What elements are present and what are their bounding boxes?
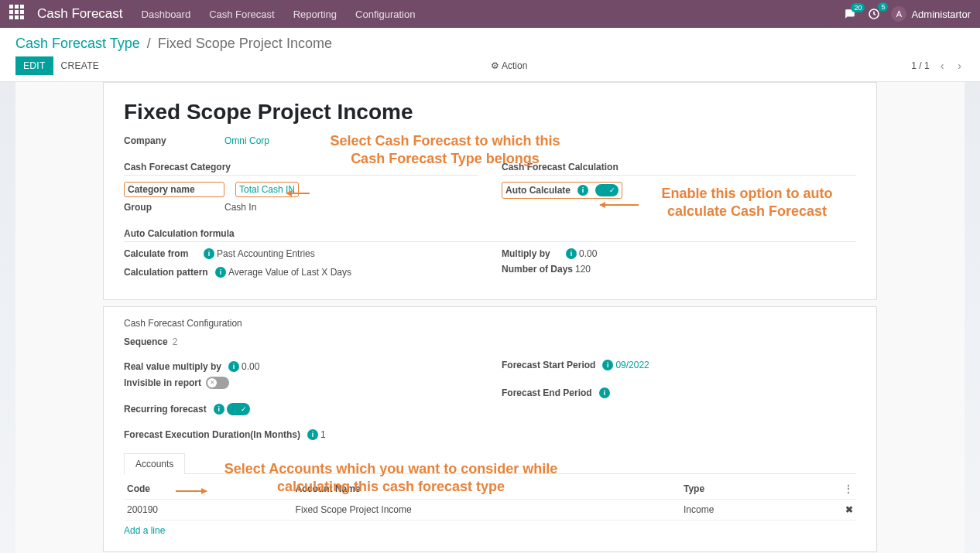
recurring-label: Recurring forecast — [124, 404, 207, 415]
activity-badge: 5 — [878, 2, 888, 12]
info-icon[interactable]: i — [577, 185, 588, 196]
config-panel: Cash Forecast Configuration Sequence 2 R… — [103, 306, 877, 552]
info-icon[interactable]: i — [215, 267, 226, 278]
invisible-toggle[interactable] — [206, 377, 229, 389]
info-icon[interactable]: i — [307, 429, 318, 440]
pager-next[interactable]: › — [954, 58, 965, 73]
num-days-value: 120 — [575, 264, 591, 275]
start-period-label: Forecast Start Period — [502, 360, 595, 370]
exec-dur-label: Forecast Execution Duration(In Months) — [124, 429, 300, 440]
calc-pattern-value: Average Value of Last X Days — [228, 267, 351, 278]
tab-accounts[interactable]: Accounts — [124, 453, 185, 474]
nav-dashboard[interactable]: Dashboard — [142, 9, 191, 20]
edit-button[interactable]: EDIT — [15, 56, 53, 75]
cell-name: Fixed Scope Project Income — [293, 500, 680, 521]
info-icon[interactable]: i — [566, 248, 577, 259]
th-code[interactable]: Code — [124, 479, 293, 500]
add-line[interactable]: Add a line — [124, 521, 856, 536]
breadcrumb-parent[interactable]: Cash Forecast Type — [15, 36, 140, 51]
end-period-label: Forecast End Period — [502, 387, 592, 398]
apps-icon[interactable] — [9, 5, 28, 23]
real-mult-label: Real value multiply by — [124, 361, 221, 372]
multiply-by-value: 0.00 — [579, 248, 597, 259]
cell-code: 200190 — [124, 500, 293, 521]
real-mult-value: 0.00 — [242, 361, 259, 372]
control-panel: Cash Forecast Type / Fixed Scope Project… — [0, 28, 980, 82]
info-icon[interactable]: i — [599, 387, 610, 398]
activity-icon[interactable]: 5 — [868, 8, 880, 20]
num-days-label: Number of Days — [502, 264, 575, 275]
calc-from-value: Past Accounting Entries — [217, 248, 315, 259]
th-name[interactable]: Account Name — [293, 479, 680, 500]
nav-cash-forecast[interactable]: Cash Forecast — [209, 9, 275, 20]
recurring-toggle[interactable] — [227, 403, 250, 415]
record-title: Fixed Scope Project Income — [124, 100, 856, 125]
calc-section-title: Cash Forecast Calculation — [502, 162, 856, 176]
messages-badge: 20 — [851, 3, 865, 12]
auto-calc-label: Auto Calculate — [505, 185, 571, 196]
company-label: Company — [124, 135, 224, 146]
exec-dur-value: 1 — [320, 429, 326, 440]
user-name: Administartor — [911, 9, 971, 20]
gear-icon: ⚙ — [491, 60, 499, 71]
user-menu[interactable]: A Administartor — [891, 6, 971, 22]
avatar: A — [891, 6, 906, 22]
sequence-label: Sequence — [124, 336, 168, 347]
action-menu[interactable]: ⚙ Action — [491, 60, 527, 71]
info-icon[interactable]: i — [214, 404, 224, 415]
info-icon[interactable]: i — [228, 361, 239, 372]
calc-from-label: Calculate from — [124, 248, 201, 259]
auto-calc-toggle[interactable] — [595, 184, 618, 196]
breadcrumb-current: Fixed Scope Project Income — [158, 36, 332, 51]
start-period-value[interactable]: 09/2022 — [615, 360, 649, 370]
pager-prev[interactable]: ‹ — [937, 58, 947, 73]
kebab-icon[interactable]: ⋮ — [844, 483, 853, 494]
messages-icon[interactable]: 20 — [843, 9, 857, 19]
accounts-table: Code Account Name Type ⋮ 200190 Fixed Sc… — [124, 479, 856, 521]
table-row[interactable]: 200190 Fixed Scope Project Income Income… — [124, 500, 856, 521]
category-name-value[interactable]: Total Cash IN — [235, 182, 299, 197]
form-sheet: Fixed Scope Project Income Company Omni … — [103, 82, 877, 300]
config-section-title: Cash Forecast Configuration — [124, 318, 856, 329]
multiply-by-label: Multiply by — [502, 248, 564, 259]
brand: Cash Forecast — [37, 6, 123, 22]
group-value: Cash In — [224, 202, 256, 213]
info-icon[interactable]: i — [602, 360, 613, 370]
create-button[interactable]: CREATE — [53, 56, 108, 75]
pager-text: 1 / 1 — [911, 60, 929, 71]
nav-configuration[interactable]: Configuration — [355, 9, 415, 20]
nav-reporting[interactable]: Reporting — [293, 9, 337, 20]
invisible-label: Invisible in report — [124, 377, 201, 388]
calc-pattern-label: Calculation pattern — [124, 267, 213, 278]
nav-items: Dashboard Cash Forecast Reporting Config… — [142, 9, 416, 20]
company-value[interactable]: Omni Corp — [224, 135, 269, 146]
group-label: Group — [124, 202, 224, 213]
remove-row-icon[interactable]: ✖ — [845, 504, 853, 515]
tab-bar: Accounts — [124, 452, 856, 474]
info-icon[interactable]: i — [204, 248, 214, 259]
sequence-value: 2 — [173, 336, 178, 347]
th-type[interactable]: Type — [680, 479, 827, 500]
navbar: Cash Forecast Dashboard Cash Forecast Re… — [0, 0, 980, 28]
breadcrumb: Cash Forecast Type / Fixed Scope Project… — [15, 36, 965, 52]
formula-section-title: Auto Calculation formula — [124, 228, 856, 242]
cell-type: Income — [680, 500, 827, 521]
category-name-label: Category name — [124, 182, 224, 197]
category-section-title: Cash Forecast Category — [124, 162, 478, 176]
